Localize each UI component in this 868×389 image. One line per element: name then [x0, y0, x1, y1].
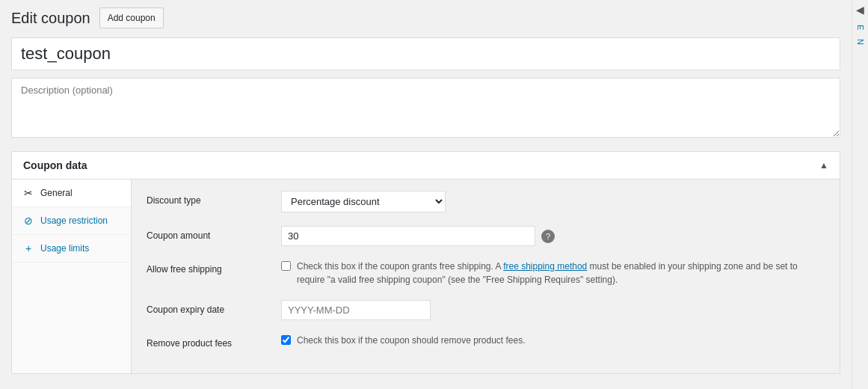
coupon-expiry-date-label: Coupon expiry date — [147, 300, 266, 315]
coupon-data-header: Coupon data ▲ — [11, 151, 840, 179]
discount-type-control: Percentage discount Fixed cart discount … — [281, 191, 825, 212]
allow-free-shipping-checkbox[interactable] — [281, 261, 291, 271]
tab-general[interactable]: ✂ General — [12, 180, 131, 207]
tab-usage-restriction[interactable]: ⊘ Usage restriction — [12, 207, 131, 235]
right-panel-link-e[interactable]: E — [856, 25, 865, 30]
scissors-icon: ✂ — [22, 187, 34, 199]
discount-type-select[interactable]: Percentage discount Fixed cart discount … — [281, 191, 446, 212]
circle-slash-icon: ⊘ — [22, 215, 34, 227]
add-coupon-button[interactable]: Add coupon — [99, 7, 164, 28]
tab-usage-limits-label: Usage limits — [40, 243, 89, 254]
free-shipping-method-link[interactable]: free shipping method — [503, 261, 587, 272]
remove-product-fees-checkbox-group: Check this box if the coupon should remo… — [281, 334, 526, 347]
allow-free-shipping-control: Check this box if the coupon grants free… — [281, 260, 825, 287]
allow-free-shipping-checkbox-group: Check this box if the coupon grants free… — [281, 260, 805, 287]
collapse-arrow-icon[interactable]: ▲ — [819, 160, 828, 171]
allow-free-shipping-label: Allow free shipping — [147, 260, 266, 275]
coupon-name-input[interactable] — [11, 37, 840, 70]
allow-free-shipping-description: Check this box if the coupon grants free… — [297, 260, 805, 287]
right-panel-link-n[interactable]: N — [856, 39, 865, 45]
coupon-expiry-date-row: Coupon expiry date — [147, 300, 825, 320]
tabs-sidebar: ✂ General ⊘ Usage restriction + Usage li… — [12, 180, 132, 373]
description-textarea[interactable] — [11, 78, 840, 138]
allow-free-shipping-row: Allow free shipping Check this box if th… — [147, 260, 825, 287]
right-panel: ◀ E N — [852, 0, 868, 389]
tab-usage-limits[interactable]: + Usage limits — [12, 235, 131, 263]
remove-product-fees-description: Check this box if the coupon should remo… — [297, 334, 526, 347]
tab-usage-restriction-label: Usage restriction — [40, 215, 108, 226]
coupon-expiry-date-input[interactable] — [281, 300, 431, 320]
coupon-expiry-date-control — [281, 300, 825, 320]
general-tab-fields: Discount type Percentage discount Fixed … — [132, 180, 840, 373]
coupon-data-body: ✂ General ⊘ Usage restriction + Usage li… — [11, 179, 840, 374]
discount-type-label: Discount type — [147, 191, 266, 206]
remove-product-fees-control: Check this box if the coupon should remo… — [281, 334, 825, 347]
coupon-amount-control: ? — [281, 226, 825, 246]
plus-icon: + — [22, 242, 34, 254]
coupon-amount-input[interactable] — [281, 226, 535, 246]
remove-product-fees-label: Remove product fees — [147, 334, 266, 349]
coupon-amount-label: Coupon amount — [147, 226, 266, 241]
panel-arrow-icon[interactable]: ◀ — [856, 4, 864, 16]
page-header: Edit coupon Add coupon — [11, 7, 840, 28]
tab-general-label: General — [40, 188, 73, 198]
coupon-data-title: Coupon data — [23, 159, 87, 171]
coupon-amount-help-icon[interactable]: ? — [541, 230, 555, 243]
page-title: Edit coupon — [11, 10, 90, 27]
discount-type-row: Discount type Percentage discount Fixed … — [147, 191, 825, 212]
coupon-data-section: Coupon data ▲ ✂ General ⊘ Usage restrict… — [11, 151, 840, 374]
coupon-amount-row: Coupon amount ? — [147, 226, 825, 246]
remove-product-fees-checkbox[interactable] — [281, 335, 291, 345]
remove-product-fees-row: Remove product fees Check this box if th… — [147, 334, 825, 349]
